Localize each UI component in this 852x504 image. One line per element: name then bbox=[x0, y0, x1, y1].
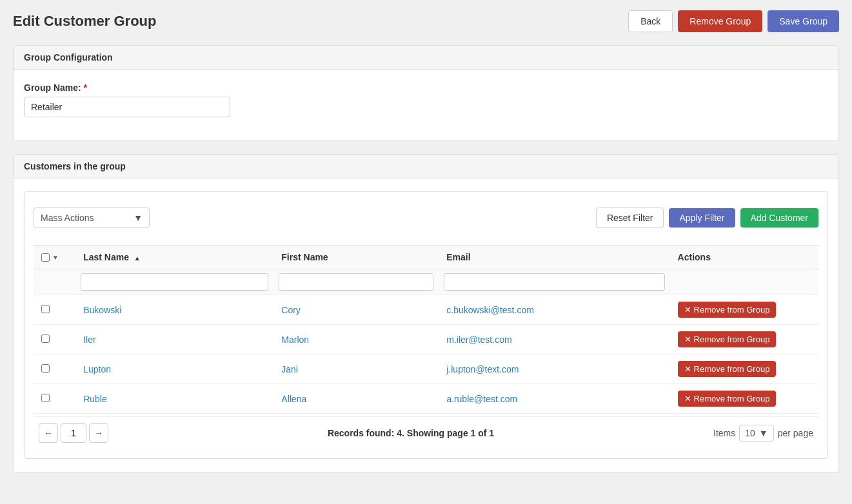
table-toolbar: Mass Actions ▼ Reset Filter Apply Filter… bbox=[34, 201, 818, 235]
back-button[interactable]: Back bbox=[628, 10, 673, 32]
group-name-input[interactable] bbox=[24, 97, 230, 117]
items-label: Items bbox=[713, 428, 735, 438]
checkbox-chevron-icon[interactable]: ▼ bbox=[52, 254, 59, 261]
email-link-3[interactable]: a.ruble@test.com bbox=[446, 394, 517, 404]
page-title: Edit Customer Group bbox=[13, 13, 156, 30]
filter-firstname-input[interactable] bbox=[279, 273, 433, 291]
mass-actions-label: Mass Actions bbox=[41, 213, 94, 223]
email-link-1[interactable]: m.iler@test.com bbox=[446, 334, 511, 345]
add-customer-button[interactable]: Add Customer bbox=[740, 208, 818, 228]
remove-group-button[interactable]: Remove Group bbox=[678, 10, 762, 32]
firstname-link-2[interactable]: Jani bbox=[281, 364, 298, 374]
table-row: Lupton Jani j.lupton@text.com ✕ Remove f… bbox=[34, 354, 818, 384]
prev-page-button[interactable]: ← bbox=[39, 423, 58, 443]
lastname-link-2[interactable]: Lupton bbox=[83, 364, 111, 374]
required-indicator: * bbox=[84, 82, 87, 93]
x-icon-2: ✕ bbox=[684, 364, 691, 374]
lastname-link-0[interactable]: Bukowski bbox=[83, 305, 121, 315]
lastname-link-1[interactable]: Iler bbox=[83, 334, 95, 345]
page-header: Edit Customer Group Back Remove Group Sa… bbox=[13, 10, 839, 32]
items-select-chevron-icon: ▼ bbox=[759, 428, 768, 438]
lastname-link-3[interactable]: Ruble bbox=[83, 394, 107, 404]
firstname-link-0[interactable]: Cory bbox=[281, 305, 301, 315]
mass-actions-dropdown[interactable]: Mass Actions ▼ bbox=[34, 208, 150, 228]
col-header-actions: Actions bbox=[670, 246, 818, 269]
customers-header: Customers in the group bbox=[14, 155, 838, 179]
customers-body: Mass Actions ▼ Reset Filter Apply Filter… bbox=[14, 179, 838, 472]
remove-from-group-button-0[interactable]: ✕ Remove from Group bbox=[678, 302, 777, 318]
x-icon-0: ✕ bbox=[684, 305, 691, 315]
col-header-lastname[interactable]: Last Name ▲ bbox=[75, 246, 273, 269]
pagination-nav: ← → bbox=[39, 423, 108, 443]
group-config-header: Group Configuration bbox=[14, 46, 838, 70]
table-header-row: ▼ Last Name ▲ First Name Email Actions bbox=[34, 246, 818, 269]
items-per-page-select[interactable]: 10 ▼ bbox=[739, 425, 773, 441]
row-checkbox-1[interactable] bbox=[41, 334, 50, 343]
save-group-button[interactable]: Save Group bbox=[768, 10, 839, 32]
items-per-page-value: 10 bbox=[745, 428, 755, 438]
records-info: Records found: 4. Showing page 1 of 1 bbox=[328, 428, 494, 438]
col-header-firstname[interactable]: First Name bbox=[273, 246, 439, 269]
page-number-input[interactable] bbox=[61, 423, 86, 443]
x-icon-3: ✕ bbox=[684, 394, 691, 403]
reset-filter-button[interactable]: Reset Filter bbox=[596, 208, 664, 228]
remove-from-group-button-1[interactable]: ✕ Remove from Group bbox=[678, 331, 777, 347]
row-checkbox-0[interactable] bbox=[41, 305, 50, 313]
table-row: Bukowski Cory c.bukowski@test.com ✕ Remo… bbox=[34, 295, 818, 325]
next-page-button[interactable]: → bbox=[89, 423, 108, 443]
mass-actions-chevron-icon: ▼ bbox=[134, 213, 143, 223]
group-config-card: Group Configuration Group Name: * bbox=[13, 45, 839, 141]
table-filter-row bbox=[34, 269, 818, 295]
apply-filter-button[interactable]: Apply Filter bbox=[669, 208, 735, 228]
table-row: Ruble Allena a.ruble@test.com ✕ Remove f… bbox=[34, 384, 818, 414]
items-per-page: Items 10 ▼ per page bbox=[713, 425, 813, 441]
firstname-link-1[interactable]: Marlon bbox=[281, 334, 309, 345]
customers-inner-card: Mass Actions ▼ Reset Filter Apply Filter… bbox=[24, 191, 828, 459]
group-name-field: Group Name: * bbox=[24, 82, 828, 117]
pagination-bar: ← → Records found: 4. Showing page 1 of … bbox=[34, 416, 818, 449]
header-buttons: Back Remove Group Save Group bbox=[628, 10, 839, 32]
col-header-email[interactable]: Email bbox=[439, 246, 669, 269]
group-config-body: Group Name: * bbox=[14, 70, 838, 141]
per-page-label: per page bbox=[778, 428, 813, 438]
select-all-checkbox[interactable] bbox=[41, 253, 50, 262]
remove-from-group-button-2[interactable]: ✕ Remove from Group bbox=[678, 361, 777, 377]
row-checkbox-3[interactable] bbox=[41, 394, 50, 402]
customers-table: ▼ Last Name ▲ First Name Email Actions bbox=[34, 245, 818, 414]
email-link-0[interactable]: c.bukowski@test.com bbox=[446, 305, 534, 315]
remove-from-group-button-3[interactable]: ✕ Remove from Group bbox=[678, 391, 777, 407]
email-link-2[interactable]: j.lupton@text.com bbox=[446, 364, 519, 374]
col-header-checkbox: ▼ bbox=[34, 246, 75, 269]
filter-email-input[interactable] bbox=[444, 273, 664, 291]
sort-asc-icon: ▲ bbox=[134, 255, 141, 262]
group-name-label: Group Name: * bbox=[24, 82, 828, 93]
x-icon-1: ✕ bbox=[684, 334, 691, 344]
toolbar-right: Reset Filter Apply Filter Add Customer bbox=[596, 208, 818, 228]
row-checkbox-2[interactable] bbox=[41, 364, 50, 373]
filter-lastname-input[interactable] bbox=[81, 273, 268, 291]
firstname-link-3[interactable]: Allena bbox=[281, 394, 306, 404]
table-row: Iler Marlon m.iler@test.com ✕ Remove fro… bbox=[34, 325, 818, 354]
customers-card: Customers in the group Mass Actions ▼ Re… bbox=[13, 154, 839, 472]
